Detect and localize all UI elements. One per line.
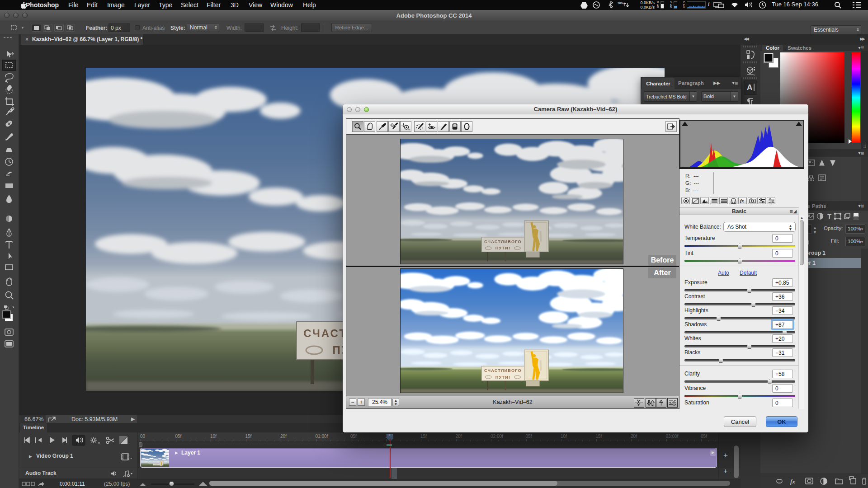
svg-text:fx: fx	[790, 478, 795, 485]
svg-text:A: A	[747, 83, 752, 92]
svg-text:SEN: SEN	[618, 2, 623, 5]
svg-text:T: T	[827, 212, 831, 220]
svg-text:fx: fx	[740, 198, 744, 203]
